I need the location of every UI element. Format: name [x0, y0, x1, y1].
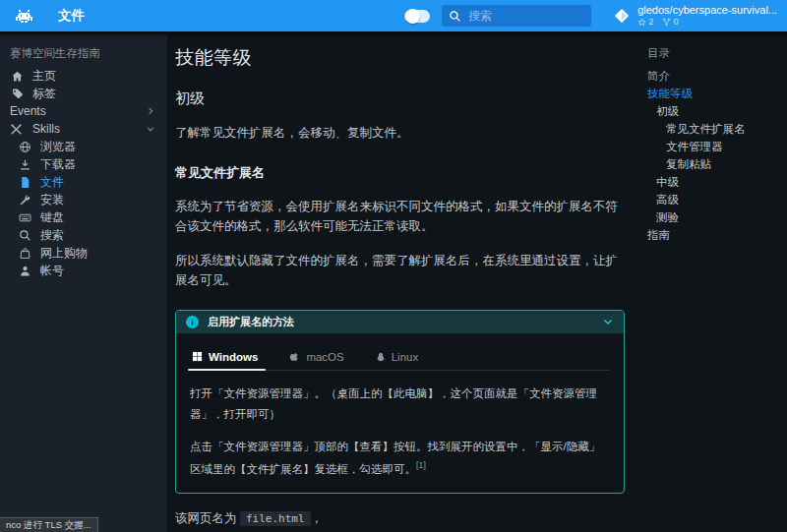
- sidebar-item-downloader[interactable]: 下载器: [0, 155, 167, 173]
- chevron-down-icon: [146, 124, 155, 134]
- paragraph-with-code: 该网页名为 file.html，: [175, 509, 625, 528]
- page-title: 技能等级: [175, 45, 625, 71]
- tab-windows[interactable]: Windows: [190, 343, 260, 370]
- tools-icon: [10, 123, 24, 136]
- sidebar-item-keyboard[interactable]: 键盘: [0, 208, 167, 226]
- browser-status-tooltip: nco 进行 TLS 交握...: [0, 517, 98, 532]
- info-panel-title: 启用扩展名的方法: [208, 315, 593, 329]
- repo-widget[interactable]: gledos/cyberspace-survival... 2 0: [613, 4, 777, 28]
- windows-icon: [192, 351, 203, 362]
- toc-item-skill-levels[interactable]: 技能等级: [647, 85, 787, 102]
- globe-icon: [18, 140, 31, 153]
- sidebar-item-install[interactable]: 安装: [0, 191, 167, 208]
- subsection-heading-extensions: 常见文件扩展名: [175, 164, 625, 182]
- top-navbar: 文件 gledos/cyberspace-survival...: [0, 0, 787, 31]
- download-icon: [18, 157, 31, 171]
- panel-paragraph: 点击「文件资源管理器」顶部的【查看】按钮。找到展开的设置中，「显示/隐藏」区域里…: [190, 437, 610, 479]
- sidebar-title: 赛博空间生存指南: [0, 43, 167, 67]
- toc-item-beginner[interactable]: 初级: [647, 102, 787, 120]
- paragraph: 所以系统默认隐藏了文件的扩展名，需要了解扩展名后，在系统里通过设置，让扩展名可见…: [175, 252, 625, 290]
- paragraph: 了解常见文件扩展名，会移动、复制文件。: [175, 124, 625, 143]
- search-icon: [449, 10, 461, 23]
- sidebar-item-files[interactable]: 文件: [0, 173, 167, 191]
- page-header-title: 文件: [58, 7, 85, 25]
- toc-item-quiz[interactable]: 测验: [647, 208, 787, 226]
- info-panel-header[interactable]: 启用扩展名的方法: [176, 311, 624, 333]
- toc-item-advanced[interactable]: 高级: [647, 191, 787, 208]
- shopping-bag-icon: [18, 246, 31, 260]
- toc-item-file-manager[interactable]: 文件管理器: [647, 138, 787, 155]
- search-input[interactable]: [468, 9, 576, 23]
- tab-linux[interactable]: Linux: [374, 343, 421, 370]
- keyboard-icon: [18, 210, 31, 224]
- fork-icon: [662, 18, 671, 27]
- repo-diamond-icon: [613, 7, 631, 25]
- paragraph: 系统为了节省资源，会使用扩展名来标识不同文件的格式，如果文件的扩展名不符合该文件…: [175, 198, 625, 236]
- left-sidebar: 赛博空间生存指南 主页 标签 Events Skills: [0, 34, 167, 532]
- info-icon: [186, 316, 199, 328]
- toc-item-common-extensions[interactable]: 常见文件扩展名: [647, 120, 787, 138]
- inline-code: file.html: [240, 511, 311, 526]
- info-panel-enable-extensions: 启用扩展名的方法 Windows macOS Linux 打: [175, 310, 625, 495]
- apple-icon: [289, 351, 300, 363]
- toc-item-guide[interactable]: 指南: [647, 226, 787, 244]
- theme-toggle[interactable]: [404, 10, 430, 23]
- search-box[interactable]: [442, 5, 591, 27]
- main-content: 技能等级 初级 了解常见文件扩展名，会移动、复制文件。 常见文件扩展名 系统为了…: [175, 34, 625, 532]
- sidebar-section-events[interactable]: Events: [0, 102, 167, 120]
- repo-forks: 0: [662, 17, 678, 28]
- wrench-icon: [18, 193, 31, 207]
- collapse-chevron-icon[interactable]: [602, 316, 614, 327]
- section-heading-beginner: 初级: [175, 89, 625, 108]
- toc-title: 目录: [647, 43, 787, 67]
- sidebar-section-skills[interactable]: Skills: [0, 120, 167, 138]
- sidebar-item-search[interactable]: 搜索: [0, 226, 167, 244]
- tag-icon: [10, 87, 24, 100]
- file-icon: [18, 175, 31, 189]
- penguin-icon: [376, 351, 386, 363]
- table-of-contents: 目录 简介 技能等级 初级 常见文件扩展名 文件管理器 复制粘贴 中级 高级 测…: [647, 34, 787, 244]
- account-icon: [18, 264, 31, 277]
- magnifier-icon: [18, 228, 31, 242]
- star-icon: [637, 18, 646, 27]
- toc-item-copy-paste[interactable]: 复制粘贴: [647, 155, 787, 173]
- sidebar-item-account[interactable]: 帐号: [0, 262, 167, 279]
- sidebar-item-browser[interactable]: 浏览器: [0, 138, 167, 155]
- tab-macos[interactable]: macOS: [287, 343, 345, 370]
- repo-name: gledos/cyberspace-survival...: [637, 4, 777, 17]
- panel-paragraph: 打开「文件资源管理器」。（桌面上的【此电脑】，这个页面就是「文件资源管理器」，打…: [190, 384, 610, 424]
- toc-item-intermediate[interactable]: 中级: [647, 173, 787, 191]
- chevron-right-icon: [146, 106, 155, 116]
- toc-item-intro[interactable]: 简介: [647, 67, 787, 85]
- home-icon: [10, 69, 24, 83]
- os-tabs: Windows macOS Linux: [190, 343, 610, 371]
- sidebar-item-shopping[interactable]: 网上购物: [0, 244, 167, 262]
- footnote-link[interactable]: [1]: [416, 460, 426, 470]
- site-logo-alien-icon[interactable]: [16, 10, 32, 23]
- sidebar-item-home[interactable]: 主页: [0, 67, 167, 85]
- repo-stars: 2: [637, 17, 653, 28]
- sidebar-item-tags[interactable]: 标签: [0, 85, 167, 102]
